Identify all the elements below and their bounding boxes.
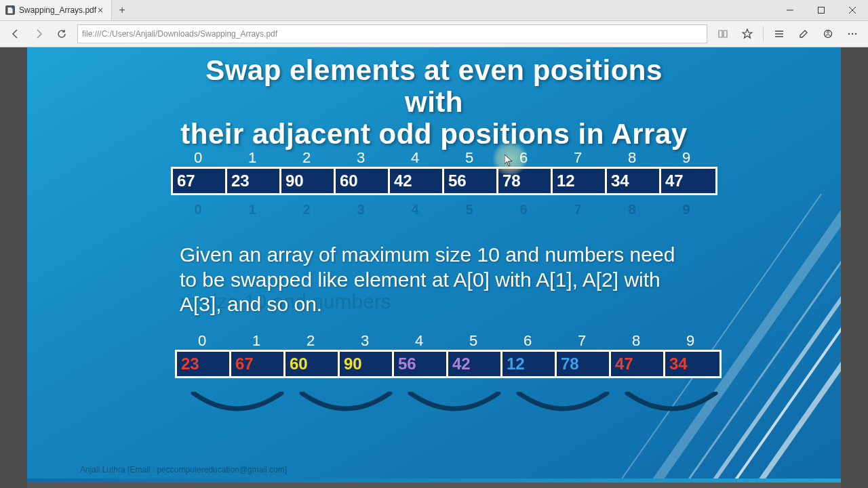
title-line-1: Swap elements at even positions with bbox=[205, 54, 663, 118]
page-bottom-strip bbox=[27, 479, 841, 483]
browser-tab[interactable]: 📄 Swapping_Arrays.pdf × bbox=[0, 0, 112, 20]
array-cell: 90 bbox=[340, 352, 394, 376]
array-index: 7 bbox=[555, 332, 609, 350]
array-index: 8 bbox=[609, 332, 663, 350]
array-cell: 23 bbox=[177, 352, 231, 376]
toolbar-right bbox=[711, 22, 864, 45]
array-index: 8 bbox=[605, 149, 659, 167]
pdf-viewport[interactable]: Swap elements at even positions with the… bbox=[0, 47, 868, 488]
array-cell: 47 bbox=[661, 169, 715, 193]
array-cell: 42 bbox=[448, 352, 502, 376]
svg-point-10 bbox=[852, 33, 853, 35]
array-cell: 67 bbox=[231, 352, 285, 376]
array-index: 3 bbox=[338, 332, 392, 350]
url-text: file:///C:/Users/Anjali/Downloads/Swappi… bbox=[82, 29, 277, 39]
index-reflection-item: 0 bbox=[171, 202, 225, 218]
array-cell: 78 bbox=[557, 352, 611, 376]
pdf-favicon-icon: 📄 bbox=[5, 5, 15, 15]
favorite-icon bbox=[742, 28, 753, 39]
more-button[interactable] bbox=[841, 22, 864, 45]
back-icon bbox=[10, 28, 21, 39]
array-index: 7 bbox=[551, 149, 605, 167]
decor-streak bbox=[701, 193, 841, 483]
index-reflection-item: 3 bbox=[334, 202, 388, 218]
tab-close-button[interactable]: × bbox=[96, 5, 104, 16]
index-reflection-item: 5 bbox=[442, 202, 496, 218]
pdf-page: Swap elements at even positions with the… bbox=[27, 47, 841, 483]
array-index: 5 bbox=[446, 332, 500, 350]
array-cell: 56 bbox=[394, 352, 448, 376]
index-reflection-item: 9 bbox=[659, 202, 713, 218]
viewer-side-right bbox=[841, 47, 868, 488]
viewer-side-left bbox=[0, 47, 27, 488]
tab-title: Swapping_Arrays.pdf bbox=[19, 5, 96, 15]
hub-icon bbox=[774, 28, 785, 39]
index-reflection-item: 4 bbox=[388, 202, 442, 218]
swap-arcs bbox=[183, 393, 726, 416]
share-button[interactable] bbox=[816, 22, 840, 45]
swap-arc bbox=[400, 393, 509, 416]
more-icon bbox=[847, 28, 858, 39]
minimize-button[interactable] bbox=[774, 0, 806, 20]
array-before-cells: 67239060425678123447 bbox=[171, 167, 717, 195]
array-cell: 12 bbox=[553, 169, 607, 193]
title-line-2: their adjacent odd positions in Array bbox=[180, 118, 687, 150]
minimize-icon bbox=[787, 7, 793, 14]
forward-icon bbox=[33, 28, 44, 39]
maximize-button[interactable] bbox=[806, 0, 837, 20]
array-cell: 67 bbox=[173, 169, 227, 193]
back-button[interactable] bbox=[4, 22, 27, 45]
swap-arc bbox=[509, 393, 617, 416]
body-paragraph: Given an array of maximum size 10 and nu… bbox=[180, 243, 695, 317]
reading-view-button[interactable] bbox=[711, 22, 734, 45]
array-index: 3 bbox=[334, 149, 388, 167]
array-cell: 34 bbox=[607, 169, 661, 193]
reading-view-icon bbox=[717, 28, 728, 39]
array-cell: 90 bbox=[281, 169, 336, 193]
tab-strip: 📄 Swapping_Arrays.pdf × + bbox=[0, 0, 132, 20]
hub-button[interactable] bbox=[768, 22, 791, 45]
forward-button[interactable] bbox=[27, 22, 50, 45]
web-notes-button[interactable] bbox=[792, 22, 815, 45]
swap-arc bbox=[617, 393, 726, 416]
array-index: 1 bbox=[225, 149, 279, 167]
index-reflection-item: 1 bbox=[225, 202, 279, 218]
slide-title: Swap elements at even positions with the… bbox=[176, 54, 692, 150]
svg-point-11 bbox=[855, 33, 856, 35]
array-cell: 60 bbox=[285, 352, 340, 376]
svg-point-9 bbox=[848, 33, 850, 35]
array-cell: 78 bbox=[498, 169, 553, 193]
array-index: 1 bbox=[229, 332, 283, 350]
refresh-icon bbox=[56, 28, 67, 39]
favorite-button[interactable] bbox=[736, 22, 759, 45]
array-after-block: 0123456789 23676090564212784734 bbox=[175, 332, 722, 378]
footer-credit: Anjali Luthra [Email : peccomputereducat… bbox=[80, 465, 287, 474]
array-after-cells: 23676090564212784734 bbox=[175, 350, 722, 378]
array-index: 0 bbox=[175, 332, 229, 350]
new-tab-button[interactable]: + bbox=[112, 0, 132, 20]
index-reflection-item: 2 bbox=[279, 202, 334, 218]
close-window-button[interactable] bbox=[837, 0, 868, 20]
array-index: 2 bbox=[279, 149, 334, 167]
index-row-after: 0123456789 bbox=[175, 332, 722, 350]
array-index: 2 bbox=[283, 332, 338, 350]
index-reflection-item: 8 bbox=[605, 202, 659, 218]
svg-point-8 bbox=[827, 31, 829, 33]
refresh-button[interactable] bbox=[50, 22, 73, 45]
close-icon bbox=[849, 7, 856, 14]
array-index: 4 bbox=[388, 149, 442, 167]
array-index: 6 bbox=[496, 149, 551, 167]
array-index: 9 bbox=[663, 332, 717, 350]
array-cell: 60 bbox=[336, 169, 390, 193]
array-cell: 12 bbox=[502, 352, 557, 376]
web-notes-icon bbox=[798, 28, 809, 39]
index-reflection-item: 7 bbox=[551, 202, 605, 218]
address-bar[interactable]: file:///C:/Users/Anjali/Downloads/Swappi… bbox=[77, 24, 707, 43]
array-index: 4 bbox=[392, 332, 446, 350]
swap-arc bbox=[292, 393, 400, 416]
browser-toolbar: file:///C:/Users/Anjali/Downloads/Swappi… bbox=[0, 20, 868, 47]
array-index: 0 bbox=[171, 149, 225, 167]
array-before-block: 0123456789 67239060425678123447 bbox=[171, 149, 717, 195]
index-row-before: 0123456789 bbox=[171, 149, 717, 167]
array-cell: 47 bbox=[611, 352, 665, 376]
